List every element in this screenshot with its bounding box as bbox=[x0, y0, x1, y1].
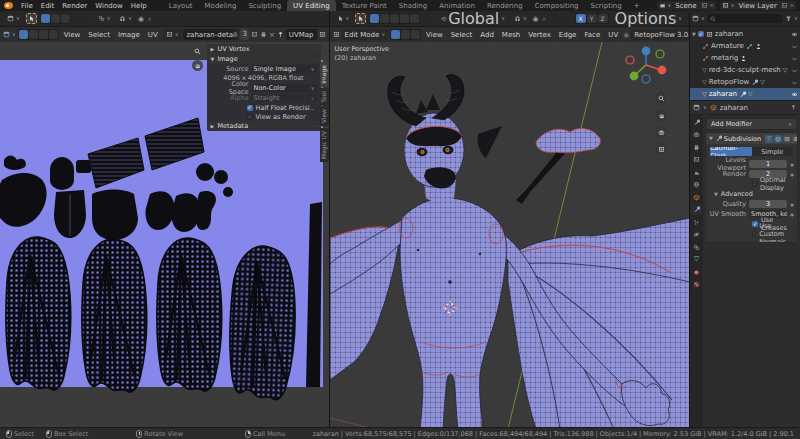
image-browse-dropdown[interactable]: ∨ bbox=[163, 29, 182, 40]
vp-menu-vertex[interactable]: Vertex bbox=[525, 31, 554, 39]
viewport-pan-button[interactable] bbox=[655, 109, 667, 121]
outliner-search-input[interactable] bbox=[707, 14, 784, 23]
vp-toggle-5[interactable] bbox=[410, 14, 419, 23]
viewport-ortho-button[interactable] bbox=[655, 143, 667, 155]
metadata-panel-header[interactable]: ▶ Metadata ⋯ bbox=[207, 121, 321, 131]
uv-tweak-tool-button[interactable] bbox=[26, 13, 37, 24]
uv-proportional-edit-icon[interactable]: ◉ bbox=[138, 15, 144, 23]
panel-options-icon[interactable]: ⋯ bbox=[312, 56, 317, 62]
menu-render[interactable]: Render bbox=[58, 2, 91, 10]
blender-logo-icon[interactable] bbox=[4, 2, 13, 9]
uv-select-vertex-button[interactable] bbox=[19, 30, 28, 39]
eye-closed-icon[interactable] bbox=[791, 43, 798, 50]
tab-particles[interactable] bbox=[691, 217, 702, 227]
outliner-display-mode-icon[interactable] bbox=[692, 15, 699, 22]
uv-zoom-gizmo[interactable] bbox=[192, 46, 203, 57]
use-creases-checkbox[interactable]: ✓ bbox=[752, 221, 758, 227]
keyframe-dot[interactable]: ● bbox=[790, 162, 794, 167]
viewport-editor-type-icon[interactable] bbox=[333, 31, 340, 38]
eye-closed-icon[interactable] bbox=[791, 79, 798, 86]
menu-edit[interactable]: Edit bbox=[37, 2, 59, 10]
tab-scene[interactable] bbox=[691, 167, 702, 177]
view-as-render-checkbox[interactable] bbox=[247, 114, 253, 120]
catmull-clark-button[interactable]: Catmull-Clark bbox=[710, 147, 752, 156]
levels-viewport-slider[interactable]: 1 bbox=[749, 160, 787, 168]
vp-menu-mesh[interactable]: Mesh bbox=[499, 31, 523, 39]
tab-modeling[interactable]: Modeling bbox=[199, 0, 243, 11]
vp-falloff-icon[interactable]: ∧ bbox=[542, 15, 546, 22]
vp-menu-select[interactable]: Select bbox=[448, 31, 476, 39]
uv-select-edge-button[interactable] bbox=[29, 30, 38, 39]
uv-select-face-button[interactable] bbox=[39, 30, 48, 39]
vp-prop-edit-icon[interactable]: ◉ bbox=[623, 31, 629, 39]
view-layer-selector[interactable]: ∨ View Layer × bbox=[720, 1, 796, 10]
mirror-x-button[interactable]: X bbox=[576, 14, 586, 23]
eye-closed-icon[interactable] bbox=[791, 67, 798, 74]
outliner-row-metarig[interactable]: metarig bbox=[690, 52, 800, 64]
new-view-layer-icon[interactable] bbox=[781, 2, 788, 9]
tab-texture-paint[interactable]: Texture Paint bbox=[336, 0, 393, 11]
outliner-row-collection[interactable]: ▼ ✓ zaharan bbox=[690, 28, 800, 40]
vp-toggle-3[interactable] bbox=[390, 14, 399, 23]
mirror-z-button[interactable]: Z bbox=[598, 14, 608, 23]
source-dropdown[interactable]: Single Image ∨ bbox=[252, 65, 317, 73]
uv-toggle-1[interactable] bbox=[41, 14, 50, 23]
snap-dropdown[interactable]: ∨ bbox=[511, 13, 530, 24]
uvmap-field[interactable]: UVMap bbox=[286, 29, 317, 40]
tab-view-layer[interactable] bbox=[691, 155, 702, 165]
collection-checkbox[interactable]: ✓ bbox=[698, 31, 704, 37]
tab-compositing[interactable]: Compositing bbox=[529, 0, 585, 11]
image-users-badge[interactable]: 3 bbox=[240, 29, 248, 40]
vp-menu-uv[interactable]: UV bbox=[605, 31, 621, 39]
panel-options-icon[interactable]: ⋯ bbox=[312, 123, 317, 129]
select-edge-button[interactable] bbox=[401, 30, 410, 39]
tab-object-data[interactable]: ▽ bbox=[691, 255, 702, 265]
new-image-icon[interactable] bbox=[251, 31, 258, 38]
mirror-y-button[interactable]: Y bbox=[587, 14, 597, 23]
uv-pan-gizmo[interactable] bbox=[192, 60, 203, 71]
vp-menu-face[interactable]: Face bbox=[581, 31, 603, 39]
show-on-cage-toggle[interactable]: ▽ bbox=[765, 135, 773, 143]
pin-icon[interactable] bbox=[790, 104, 797, 111]
half-float-checkbox[interactable]: ✓ bbox=[247, 105, 253, 111]
uv-vertex-panel-header[interactable]: ▶ UV Vertex ⋯ bbox=[207, 44, 321, 54]
uv-menu-image[interactable]: Image bbox=[115, 31, 143, 39]
viewport-zoom-button[interactable] bbox=[655, 92, 667, 104]
tab-object[interactable] bbox=[691, 192, 702, 202]
expand-icon[interactable]: ▼ bbox=[692, 32, 696, 37]
simple-button[interactable]: Simple bbox=[752, 147, 794, 156]
eye-open-icon[interactable] bbox=[791, 91, 798, 98]
tab-physics[interactable] bbox=[691, 230, 702, 240]
tab-constraints[interactable] bbox=[691, 242, 702, 252]
vp-proportional-edit-icon[interactable]: ◉ bbox=[533, 15, 539, 23]
remove-view-layer-icon[interactable]: × bbox=[790, 3, 794, 8]
uv-menu-view[interactable]: View bbox=[61, 31, 84, 39]
uv-pivot-dropdown[interactable]: ∨ bbox=[95, 13, 114, 24]
keyframe-dot[interactable]: ● bbox=[790, 202, 794, 207]
tab-material[interactable] bbox=[691, 267, 702, 277]
uv-toggle-3[interactable] bbox=[61, 14, 70, 23]
tab-texture[interactable] bbox=[691, 280, 702, 290]
uv-active-tool-dropdown[interactable]: ∨ bbox=[4, 13, 23, 24]
vp-active-tool-dropdown[interactable]: ∨ bbox=[334, 13, 353, 24]
uv-falloff-icon[interactable]: ∧ bbox=[147, 15, 151, 22]
vp-tweak-tool-button[interactable] bbox=[355, 13, 366, 24]
uv-snap-dropdown[interactable]: ∨ bbox=[116, 13, 135, 24]
color-space-dropdown[interactable]: Non-Color ∨ bbox=[252, 84, 317, 92]
show-render-toggle[interactable] bbox=[792, 135, 798, 143]
modifier-name[interactable]: Subdivision bbox=[724, 135, 761, 143]
show-realtime-toggle[interactable] bbox=[783, 135, 791, 143]
options-dropdown[interactable]: Options ∨ bbox=[612, 13, 685, 24]
vp-toggle-1[interactable] bbox=[370, 14, 379, 23]
menu-window[interactable]: Window bbox=[91, 2, 127, 10]
filter-icon[interactable] bbox=[785, 15, 792, 22]
eye-open-icon[interactable] bbox=[791, 31, 798, 38]
outliner-row-zaharan-selected[interactable]: ▽ zaharan ▽ bbox=[690, 88, 800, 100]
select-vertex-button[interactable] bbox=[391, 30, 400, 39]
tab-tool[interactable] bbox=[691, 117, 702, 127]
tab-render[interactable] bbox=[691, 130, 702, 140]
orientation-dropdown[interactable]: ⟲ Global ∨ bbox=[438, 13, 508, 24]
menu-help[interactable]: Help bbox=[127, 2, 151, 10]
vp-toggle-2[interactable] bbox=[380, 14, 389, 23]
viewport-canvas[interactable]: User Perspective (20) zaharan bbox=[330, 42, 689, 427]
